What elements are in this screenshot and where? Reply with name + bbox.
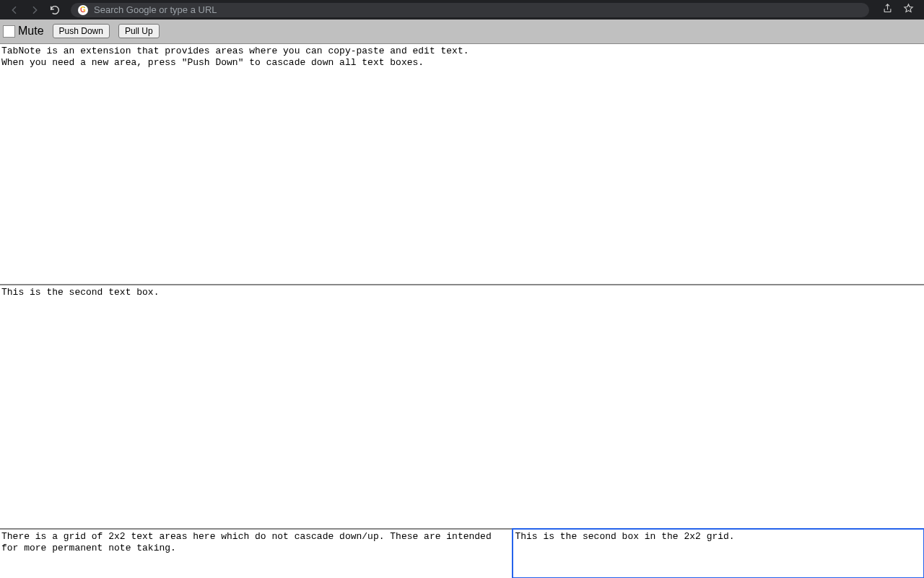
grid-textbox-top-right[interactable] <box>513 529 924 578</box>
nav-controls <box>6 4 61 16</box>
toolbar: Mute Push Down Pull Up <box>0 20 924 44</box>
forward-icon[interactable] <box>29 4 40 16</box>
grid-textbox-top-left[interactable] <box>0 529 513 578</box>
bookmark-star-icon[interactable] <box>903 3 914 17</box>
browser-chrome: G Search Google or type a URL <box>0 0 924 20</box>
omnibox[interactable]: G Search Google or type a URL <box>71 3 869 17</box>
google-icon: G <box>78 5 88 15</box>
mute-control[interactable]: Mute <box>3 25 44 38</box>
textbox-2[interactable] <box>0 285 924 529</box>
push-down-button[interactable]: Push Down <box>53 24 110 38</box>
mute-checkbox[interactable] <box>3 25 15 38</box>
mute-label: Mute <box>18 25 44 38</box>
text-areas-container <box>0 44 924 578</box>
share-icon[interactable] <box>882 3 893 17</box>
page-body: Mute Push Down Pull Up <box>0 20 924 578</box>
grid-row-top <box>0 529 924 578</box>
omnibox-placeholder: Search Google or type a URL <box>94 4 217 15</box>
chrome-right-controls <box>875 3 918 17</box>
back-icon[interactable] <box>9 4 20 16</box>
reload-icon[interactable] <box>49 4 61 16</box>
textbox-1[interactable] <box>0 44 924 285</box>
pull-up-button[interactable]: Pull Up <box>118 24 160 38</box>
